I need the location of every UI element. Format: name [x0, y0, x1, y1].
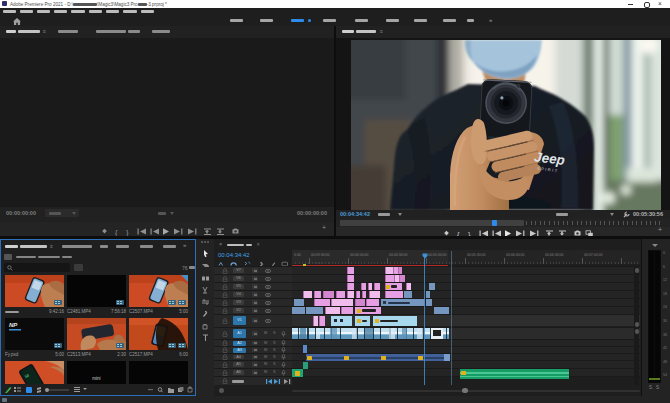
svg-text:NP: NP [9, 322, 18, 328]
svg-text:}: } [126, 228, 129, 236]
svg-text:mini: mini [92, 376, 100, 381]
svg-text:{: { [115, 228, 118, 236]
